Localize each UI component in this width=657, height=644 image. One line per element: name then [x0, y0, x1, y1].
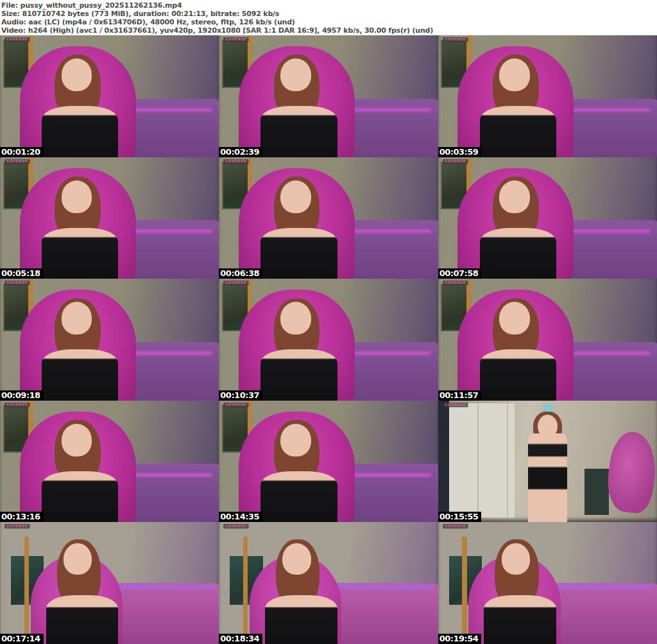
frame-timestamp-label: 00:17:14 [0, 634, 44, 644]
video-frame-thumbnail: LOVENSE 00:17:14 [0, 522, 219, 644]
frame-timestamp-label: 00:01:20 [0, 147, 44, 157]
gaming-chair-shape [604, 430, 657, 515]
thumbnail-contact-sheet: File: pussy_without_pussy_202511262136.m… [0, 0, 657, 644]
video-frame-thumbnail: LOVENSE 00:07:58 [438, 157, 657, 279]
thumbnail-grid: LOVENSE 00:01:20 LOVENSE 00:02:39 [0, 35, 657, 644]
person-head-shape [282, 543, 311, 575]
person-torso-shape [480, 106, 556, 157]
lovense-watermark: LOVENSE [443, 524, 468, 528]
person-torso-shape [260, 106, 337, 157]
easel-shape [24, 537, 30, 636]
person-torso-shape [42, 349, 118, 401]
thumbnail-placeholder-image: LOVENSE 00:02:39 [219, 35, 438, 157]
lovense-watermark: LOVENSE [4, 37, 30, 42]
lovense-watermark: LOVENSE [4, 403, 30, 407]
thumbnail-placeholder-image: LOVENSE 00:11:57 [438, 279, 657, 401]
video-frame-thumbnail: LOVENSE 00:10:37 [219, 279, 438, 401]
video-frame-thumbnail: LOVENSE 00:13:16 [0, 401, 219, 523]
lovense-watermark: LOVENSE [223, 159, 249, 164]
frame-timestamp-label: 00:14:35 [219, 512, 262, 522]
person-head-shape [62, 180, 92, 213]
person-head-shape [62, 424, 92, 457]
video-frame-thumbnail: LOVENSE 00:19:54 [438, 522, 657, 644]
file-size-line: Size: 810710742 bytes (773 MiB), duratio… [1, 10, 657, 18]
frame-timestamp-label: 00:02:39 [219, 147, 262, 157]
frame-timestamp-label: 00:18:34 [219, 634, 262, 644]
frame-timestamp-label: 00:10:37 [219, 390, 262, 401]
led-glow-shape [328, 586, 434, 588]
person-torso-shape [528, 433, 567, 522]
thumbnail-placeholder-image: LOVENSE 00:15:55 [438, 401, 657, 523]
frame-timestamp-label: 00:05:18 [0, 268, 44, 279]
person-head-shape [499, 302, 530, 335]
frame-timestamp-label: 00:11:57 [438, 390, 482, 401]
thumbnail-placeholder-image: LOVENSE 00:17:14 [0, 522, 219, 644]
couch-shape [584, 469, 609, 515]
lovense-watermark: LOVENSE [4, 159, 30, 164]
person-torso-shape [260, 349, 337, 401]
lovense-watermark: LOVENSE [4, 281, 30, 285]
thumbnail-placeholder-image: LOVENSE 00:05:18 [0, 157, 219, 279]
easel-shape [243, 537, 248, 636]
led-glow-shape [547, 586, 653, 588]
person-head-shape [62, 302, 92, 335]
lovense-watermark: LOVENSE [443, 37, 468, 42]
person-head-shape [280, 180, 311, 213]
thumbnail-placeholder-image: LOVENSE 00:06:38 [219, 157, 438, 279]
video-frame-thumbnail: LOVENSE 00:14:35 [219, 401, 438, 523]
person-torso-shape [46, 595, 119, 644]
person-torso-shape [480, 349, 556, 401]
lovense-watermark: LOVENSE [223, 403, 249, 407]
person-torso-shape [260, 471, 337, 523]
lovense-watermark: LOVENSE [443, 281, 468, 285]
person-head-shape [280, 302, 311, 335]
video-frame-thumbnail: LOVENSE 00:06:38 [219, 157, 438, 279]
lovense-watermark: LOVENSE [4, 524, 30, 528]
video-codec-line: Video: h264 (High) (avc1 / 0x31637661), … [1, 26, 657, 35]
person-torso-shape [265, 595, 337, 644]
person-torso-shape [480, 228, 556, 279]
thumbnail-placeholder-image: LOVENSE 00:01:20 [0, 35, 219, 157]
person-head-shape [499, 180, 530, 213]
video-frame-thumbnail: LOVENSE 00:09:18 [0, 279, 219, 401]
person-head-shape [64, 543, 92, 575]
lovense-watermark: LOVENSE [223, 524, 249, 528]
thumbnail-placeholder-image: LOVENSE 00:19:54 [438, 522, 657, 644]
video-frame-thumbnail: LOVENSE 00:15:55 [438, 401, 657, 523]
video-frame-thumbnail: LOVENSE 00:11:57 [438, 279, 657, 401]
person-head-shape [502, 543, 530, 575]
video-frame-thumbnail: LOVENSE 00:05:18 [0, 157, 219, 279]
person-torso-shape [42, 106, 118, 157]
lovense-watermark: LOVENSE [443, 159, 468, 164]
easel-shape [462, 537, 467, 636]
video-frame-thumbnail: LOVENSE 00:18:34 [219, 522, 438, 644]
thumbnail-placeholder-image: LOVENSE 00:14:35 [219, 401, 438, 523]
person-head-shape [280, 58, 311, 91]
frame-timestamp-label: 00:03:59 [438, 147, 482, 157]
frame-timestamp-label: 00:06:38 [219, 268, 262, 279]
frame-timestamp-label: 00:13:16 [0, 512, 44, 522]
audio-codec-line: Audio: aac (LC) (mp4a / 0x6134706D), 480… [1, 18, 657, 26]
lovense-watermark: LOVENSE [223, 37, 249, 42]
person-head-shape [280, 424, 311, 457]
thumbnail-placeholder-image: LOVENSE 00:03:59 [438, 35, 657, 157]
thumbnail-placeholder-image: LOVENSE 00:09:18 [0, 279, 219, 401]
person-torso-shape [484, 595, 556, 644]
frame-timestamp-label: 00:09:18 [0, 390, 44, 401]
video-frame-thumbnail: LOVENSE 00:01:20 [0, 35, 219, 157]
lovense-watermark: LOVENSE [443, 403, 468, 407]
frame-timestamp-label: 00:15:55 [438, 512, 482, 522]
wall-painting-shape [438, 401, 449, 523]
thumbnail-placeholder-image: LOVENSE 00:18:34 [219, 522, 438, 644]
easel-shape [449, 403, 515, 518]
thumbnail-placeholder-image: LOVENSE 00:10:37 [219, 279, 438, 401]
lovense-watermark: LOVENSE [223, 281, 249, 285]
media-info-header: File: pussy_without_pussy_202511262136.m… [0, 0, 657, 35]
thumbnail-placeholder-image: LOVENSE 00:07:58 [438, 157, 657, 279]
frame-timestamp-label: 00:19:54 [438, 634, 482, 644]
video-frame-thumbnail: LOVENSE 00:02:39 [219, 35, 438, 157]
file-name-line: File: pussy_without_pussy_202511262136.m… [1, 1, 657, 10]
video-frame-thumbnail: LOVENSE 00:03:59 [438, 35, 657, 157]
person-head-shape [62, 58, 92, 91]
frame-timestamp-label: 00:07:58 [438, 268, 482, 279]
